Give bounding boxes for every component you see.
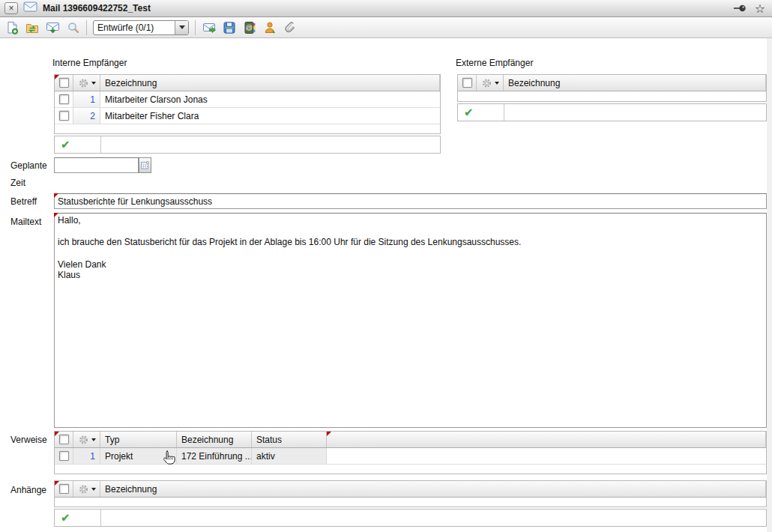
- column-header-filler: [327, 432, 766, 447]
- mail-window: × Mail 1396609422752_Test ☆ Entwürfe (0/…: [0, 0, 772, 532]
- close-icon[interactable]: ×: [4, 2, 18, 14]
- required-marker: [54, 193, 58, 198]
- required-marker: [55, 75, 59, 79]
- save-icon: [223, 21, 236, 34]
- favorite-star-icon[interactable]: ☆: [753, 1, 768, 15]
- toolbar-separator: [86, 20, 87, 35]
- geplante-zeit-input[interactable]: [54, 157, 139, 173]
- externe-new-entry-input[interactable]: [504, 104, 766, 121]
- sync-folder-icon: [25, 21, 39, 34]
- folder-dropdown[interactable]: Entwürfe (0/1): [93, 20, 189, 35]
- fetch-mail-button[interactable]: [43, 19, 61, 37]
- mailtext-textarea[interactable]: Hallo, ich brauche den Statusbericht für…: [54, 213, 767, 428]
- externe-empfaenger-grid: Bezeichnung: [457, 74, 767, 102]
- column-header-bezeichnung[interactable]: Bezeichnung: [177, 432, 252, 447]
- row-bezeichnung[interactable]: Mitarbeiter Fisher Clara: [100, 108, 440, 124]
- search-button[interactable]: [64, 19, 82, 37]
- mouse-cursor-hand: [162, 450, 176, 469]
- address-book-icon: @: [243, 21, 256, 34]
- chevron-down-icon: [91, 438, 96, 441]
- title-bar: × Mail 1396609422752_Test ☆: [0, 0, 772, 17]
- column-header-status[interactable]: Status: [252, 432, 327, 447]
- confirm-add-button[interactable]: ✔: [458, 104, 504, 121]
- row-number: 1: [73, 91, 100, 107]
- toolbar-separator: [195, 20, 196, 35]
- column-header-typ[interactable]: Typ: [100, 432, 177, 447]
- grid-actions-menu[interactable]: [477, 75, 504, 91]
- confirm-add-button[interactable]: ✔: [55, 510, 101, 526]
- required-marker: [327, 432, 331, 436]
- chevron-down-icon: [91, 82, 96, 85]
- anhaenge-grid-header: Bezeichnung: [55, 481, 766, 498]
- row-filler: [327, 448, 766, 464]
- folder-dropdown-value: Entwürfe (0/1): [94, 22, 175, 33]
- column-header-bezeichnung[interactable]: Bezeichnung: [504, 75, 766, 91]
- row-number: 2: [73, 108, 100, 124]
- verweise-label: Verweise: [10, 435, 47, 445]
- anhaenge-new-entry-input[interactable]: [101, 510, 766, 526]
- attachment-button[interactable]: [281, 19, 299, 37]
- grid-actions-menu[interactable]: [73, 432, 100, 447]
- row-checkbox[interactable]: [55, 108, 73, 124]
- window-title: Mail 1396609422752_Test: [43, 3, 151, 13]
- gear-icon: [481, 78, 492, 88]
- row-status[interactable]: aktiv: [252, 448, 327, 464]
- chevron-down-icon: [91, 488, 96, 491]
- grid-actions-menu[interactable]: [73, 75, 100, 91]
- interne-grid-header: Bezeichnung: [55, 75, 440, 91]
- anhaenge-add-row: ✔: [54, 509, 767, 527]
- geplante-zeit-label-line1: Geplante: [10, 160, 47, 171]
- search-icon: [67, 21, 79, 34]
- required-marker: [54, 213, 58, 217]
- grid-actions-menu[interactable]: [73, 481, 100, 497]
- row-checkbox[interactable]: [55, 91, 73, 107]
- gear-icon: [78, 78, 89, 88]
- row-bezeichnung[interactable]: Mitarbeiter Clarson Jonas: [100, 91, 440, 107]
- chevron-down-icon[interactable]: [175, 21, 188, 34]
- externe-empfaenger-label: Externe Empfänger: [456, 58, 533, 68]
- save-button[interactable]: [220, 19, 238, 37]
- externe-grid-header: Bezeichnung: [458, 75, 766, 91]
- confirm-add-button[interactable]: ✔: [55, 136, 101, 153]
- new-mail-button[interactable]: [3, 19, 21, 37]
- table-row[interactable]: 2 Mitarbeiter Fisher Clara: [55, 108, 440, 124]
- pushpin-icon[interactable]: [732, 1, 747, 15]
- interne-new-entry-input[interactable]: [101, 136, 440, 153]
- betreff-input[interactable]: [54, 193, 767, 209]
- check-icon: ✔: [464, 106, 474, 119]
- interne-add-row: ✔: [54, 136, 441, 154]
- date-picker-button[interactable]: [139, 157, 151, 173]
- verweise-grid: Typ Bezeichnung Status 1 Projekt 172 Ein…: [54, 431, 767, 474]
- mail-icon: [23, 1, 37, 15]
- column-header-bezeichnung[interactable]: Bezeichnung: [100, 481, 766, 497]
- required-marker: [55, 432, 59, 436]
- row-checkbox[interactable]: [55, 448, 73, 464]
- chevron-down-icon: [495, 82, 499, 85]
- select-all-checkbox[interactable]: [458, 75, 477, 91]
- address-book-button[interactable]: @: [241, 19, 259, 37]
- fetch-mail-icon: [46, 21, 60, 34]
- gear-icon: [78, 435, 89, 445]
- empty-row: [55, 498, 766, 507]
- user-button[interactable]: [261, 19, 279, 37]
- attachment-icon: [283, 21, 297, 34]
- gear-icon: [78, 484, 89, 495]
- table-row[interactable]: 1 Mitarbeiter Clarson Jonas: [55, 91, 440, 108]
- empty-row: [458, 91, 766, 101]
- user-icon: [263, 21, 277, 34]
- check-icon: ✔: [61, 138, 70, 151]
- empty-row: [55, 124, 440, 133]
- right-gutter: [767, 38, 772, 532]
- new-mail-icon: [5, 21, 19, 34]
- row-bezeichnung[interactable]: 172 Einführung ...: [177, 448, 252, 464]
- mailtext-label: Mailtext: [10, 217, 41, 227]
- sync-folder-button[interactable]: [23, 19, 41, 37]
- externe-add-row: ✔: [457, 103, 767, 121]
- required-marker: [55, 481, 59, 486]
- column-header-bezeichnung[interactable]: Bezeichnung: [100, 75, 440, 91]
- send-mail-button[interactable]: [200, 19, 218, 37]
- interne-empfaenger-grid: Bezeichnung 1 Mitarbeiter Clarson Jonas …: [54, 74, 441, 134]
- anhaenge-grid: Bezeichnung: [54, 480, 767, 507]
- check-icon: ✔: [61, 511, 70, 525]
- anhaenge-label: Anhänge: [10, 485, 46, 495]
